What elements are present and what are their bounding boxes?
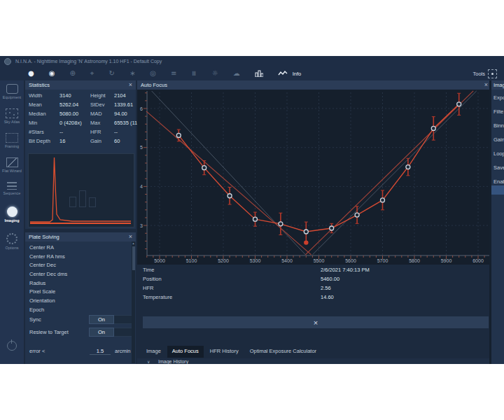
tools-button[interactable]: Tools xyxy=(472,66,497,80)
nina-window: N.I.N.A. - Nighttime Imaging 'N' Astrono… xyxy=(0,56,504,364)
reslew-toggle[interactable]: On xyxy=(89,328,132,337)
sidebar-item-label: Options xyxy=(0,246,24,250)
temperature-row: Temperature 14.60 xyxy=(137,294,491,303)
autofocus-close-icon[interactable]: × xyxy=(484,82,488,88)
statistics-table: Width3140Height2104Mean5262.04StDev1339.… xyxy=(25,90,136,144)
guider-icon[interactable]: ∗ xyxy=(130,70,135,77)
sidebar-item-options[interactable]: Options xyxy=(0,233,24,250)
camera-icon[interactable]: ● xyxy=(28,70,34,77)
cancel-autofocus-button[interactable]: × xyxy=(143,316,489,328)
stat-value: 0 (4208x) xyxy=(59,120,90,126)
imaging-row-expo: Expo xyxy=(493,94,504,101)
window-title: N.I.N.A. - Nighttime Imaging 'N' Astrono… xyxy=(15,59,162,64)
switch-icon[interactable]: ≡ xyxy=(171,70,176,77)
filterwheel-icon[interactable]: ≡ xyxy=(191,71,198,76)
sidebar-item-sequence[interactable]: Sequence xyxy=(0,182,24,195)
sync-toggle[interactable]: On xyxy=(89,315,132,324)
svg-text:5700: 5700 xyxy=(377,258,388,263)
graph-icon[interactable] xyxy=(278,70,288,78)
plate-solving-header: Plate Solving × xyxy=(25,232,136,241)
sidebar-item-flat-wizard[interactable]: Flat Wizard xyxy=(0,158,24,173)
info-label[interactable]: Info xyxy=(293,71,302,77)
tab-auto-focus[interactable]: Auto Focus xyxy=(167,346,204,358)
svg-text:6000: 6000 xyxy=(472,258,484,263)
rotator-icon[interactable]: ↻ xyxy=(109,70,115,77)
reslew-toggle-off[interactable] xyxy=(114,328,132,337)
plate-field-epoch: Epoch xyxy=(29,307,136,316)
image-history-row[interactable]: ∨ Image History xyxy=(137,358,491,364)
histogram-curve xyxy=(29,154,132,225)
sidebar-item-imaging[interactable]: Imaging xyxy=(0,206,24,223)
reslew-toggle-on[interactable]: On xyxy=(89,328,114,337)
reslew-row: Reslew to Target On xyxy=(29,328,130,337)
plate-solving-fields: Center RACenter RA hmsCenter DecCenter D… xyxy=(25,241,136,316)
plate-solving-panel: Plate Solving × Center RACenter RA hmsCe… xyxy=(25,232,136,364)
stat-label: HFR xyxy=(90,129,114,135)
error-unit: arcmin xyxy=(115,348,131,354)
app-logo-icon xyxy=(4,58,11,65)
tab-hfr-history[interactable]: HFR History xyxy=(205,346,244,358)
hfr-row: HFR 2.56 xyxy=(137,285,491,294)
svg-text:5500: 5500 xyxy=(314,258,325,263)
stat-value: 60 xyxy=(114,138,139,144)
tab-optimal-exposure-calculator[interactable]: Optimal Exposure Calculator xyxy=(245,346,321,358)
imaging-row-loop: Loop xyxy=(493,150,504,157)
bottom-tabs: ImageAuto FocusHFR HistoryOptimal Exposu… xyxy=(141,346,321,358)
svg-text:3: 3 xyxy=(140,223,143,228)
plate-solving-scrollbar[interactable]: ▲ xyxy=(132,241,135,363)
plate-field-center-ra-hms: Center RA hms xyxy=(29,253,136,262)
sidebar-item-equipment[interactable]: Equipment xyxy=(0,84,24,99)
svg-text:5400: 5400 xyxy=(281,258,293,263)
title-bar: N.I.N.A. - Nighttime Imaging 'N' Astrono… xyxy=(0,56,504,66)
stat-label: Min xyxy=(29,120,59,126)
statistics-close-icon[interactable]: × xyxy=(129,82,132,88)
scrollbar-thumb[interactable] xyxy=(132,246,135,270)
stat-value: 5262.04 xyxy=(59,102,90,108)
time-value: 2/6/2021 7:40:13 PM xyxy=(321,267,370,273)
stat-label: Width xyxy=(29,92,59,99)
dome-icon[interactable]: ◎ xyxy=(150,70,156,77)
weather-icon[interactable]: ☁ xyxy=(233,70,240,77)
autofocus-title: Auto Focus xyxy=(141,82,167,88)
position-row: Position 5460.00 xyxy=(137,276,491,285)
sidebar-item-framing[interactable]: Framing xyxy=(0,133,24,148)
framing-icon xyxy=(6,133,18,143)
stat-value: 65535 (118 xyxy=(114,120,139,126)
platesolve-icon[interactable]: ⌖ xyxy=(90,70,94,77)
statistics-header: Statistics × xyxy=(25,80,136,90)
plate-field-center-dec-dms: Center Dec dms xyxy=(29,271,136,280)
svg-text:5000: 5000 xyxy=(154,258,165,263)
stat-value: 1339.61 xyxy=(114,102,139,108)
sidebar-item-label: Sequence xyxy=(0,191,24,195)
statistics-title: Statistics xyxy=(29,82,50,88)
stat-label: #Stars xyxy=(29,129,59,135)
power-icon[interactable] xyxy=(7,341,17,351)
sequence-icon xyxy=(7,182,17,190)
plate-solving-close-icon[interactable]: × xyxy=(129,234,132,240)
scrollbar-up-icon[interactable]: ▲ xyxy=(132,241,135,246)
temperature-value: 14.60 xyxy=(321,294,334,300)
stat-label: MAD xyxy=(90,111,114,117)
sidebar-item-sky-atlas[interactable]: Sky Atlas xyxy=(0,108,24,124)
error-input[interactable]: 1.5 xyxy=(90,348,111,355)
sync-toggle-off[interactable] xyxy=(114,315,132,324)
sidebar-item-label: Flat Wizard xyxy=(0,169,24,173)
sync-toggle-on[interactable]: On xyxy=(89,315,114,324)
autofocus-header: Auto Focus × xyxy=(137,80,491,90)
flatpanel-icon[interactable]: ☼ xyxy=(212,70,218,77)
aperture-icon[interactable]: ◉ xyxy=(49,70,55,77)
panel-divider xyxy=(489,80,491,364)
histogram-icon[interactable] xyxy=(255,69,263,78)
tools-icon xyxy=(488,69,497,78)
stat-label: Bit Depth xyxy=(29,138,59,144)
sidebar-item-label: Sky Atlas xyxy=(0,120,24,124)
hfr-value: 2.56 xyxy=(321,285,331,291)
tab-image[interactable]: Image xyxy=(141,346,166,358)
telescope-icon[interactable]: ⊕ xyxy=(69,70,75,77)
equipment-icon xyxy=(6,84,18,94)
imaging-panel-button[interactable] xyxy=(491,186,504,195)
imaging-row-filte: Filte xyxy=(493,108,504,115)
svg-text:5800: 5800 xyxy=(409,258,420,263)
stat-value: 2104 xyxy=(114,92,139,99)
cancel-x-icon: × xyxy=(314,318,318,327)
